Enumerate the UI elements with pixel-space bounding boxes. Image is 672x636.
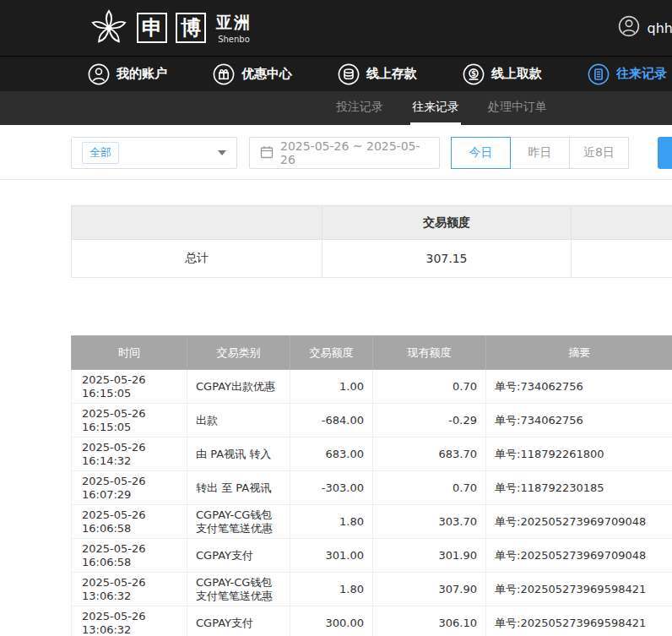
column-header: 现有额度 (373, 336, 486, 370)
table-cell: 2025-05-26 16:07:29 (72, 471, 187, 505)
table-cell: 由 PA视讯 转入 (187, 438, 290, 471)
nav-item-my-account[interactable]: 我的账户 (88, 63, 167, 85)
table-cell: 出款 (187, 404, 290, 438)
logo-subtitle: Shenbo (216, 35, 252, 44)
tab-label: 往来记录 (412, 100, 459, 115)
table-cell: -0.29 (373, 404, 486, 438)
table-cell: CGPAY-CG钱包支付笔笔送优惠 (187, 573, 290, 606)
user-account[interactable]: qhhw (618, 0, 672, 56)
nav-item-promos[interactable]: 优惠中心 (213, 63, 292, 85)
table-cell: 2025-05-26 13:06:32 (72, 606, 187, 636)
sub-nav: 投注记录 往来记录 处理中订单 (0, 91, 672, 125)
nav-item-label: 往来记录 (616, 66, 667, 82)
transactions-table: 时间交易类别交易额度现有额度摘要 2025-05-26 16:15:05CGPA… (71, 335, 672, 636)
logo-char-2: 博 (176, 13, 206, 43)
account-icon (88, 63, 110, 85)
column-header: 时间 (72, 336, 187, 370)
summary-total-value: 307.15 (322, 240, 572, 278)
table-cell: 300.00 (290, 606, 373, 636)
tab-transaction-records[interactable]: 往来记录 (410, 91, 461, 125)
nav-item-withdraw[interactable]: $ 线上取款 (463, 63, 542, 85)
withdraw-icon: $ (463, 63, 485, 85)
table-cell: 2025-05-26 16:15:05 (72, 370, 187, 404)
summary-header-row: 交易额度 (72, 206, 672, 240)
summary-table: 交易额度 总计 307.15 (71, 205, 672, 278)
last-8-days-button[interactable]: 近8日 (569, 137, 629, 169)
table-cell: 转出 至 PA视讯 (187, 471, 290, 505)
deposit-icon (338, 63, 360, 85)
type-filter-value: 全部 (82, 142, 119, 164)
column-header: 交易类别 (187, 336, 290, 370)
table-cell: 单号:734062756 (486, 370, 672, 404)
table-cell: 0.70 (373, 370, 486, 404)
table-cell: 1.80 (290, 573, 373, 606)
nav-item-records[interactable]: 往来记录 (588, 63, 667, 85)
table-cell: 0.70 (373, 471, 486, 505)
summary-total-row: 总计 307.15 (72, 240, 672, 278)
table-cell: 683.00 (290, 438, 373, 471)
table-cell: 1.80 (290, 505, 373, 539)
date-range-picker[interactable]: 2025-05-26 ~ 2025-05-26 (249, 137, 440, 169)
logo-char-1: 申 (137, 13, 167, 43)
nav-item-deposit[interactable]: 线上存款 (338, 63, 417, 85)
table-cell: CGPAY支付 (187, 606, 290, 636)
table-row: 2025-05-26 16:06:58CGPAY-CG钱包支付笔笔送优惠1.80… (72, 505, 672, 539)
svg-text:$: $ (471, 68, 476, 77)
column-header: 交易额度 (290, 336, 373, 370)
tab-bet-records[interactable]: 投注记录 (334, 91, 385, 125)
table-cell: 单号:202505273969598421 (486, 606, 672, 636)
calendar-icon (260, 145, 274, 161)
table-cell: -684.00 (290, 404, 373, 438)
type-filter-dropdown[interactable]: 全部 (71, 137, 237, 169)
table-row: 2025-05-26 16:07:29转出 至 PA视讯-303.000.70单… (72, 471, 672, 505)
tab-label: 投注记录 (336, 100, 383, 115)
table-cell: 301.90 (373, 539, 486, 573)
today-button[interactable]: 今日 (451, 137, 511, 169)
table-cell: CGPAY-CG钱包支付笔笔送优惠 (187, 505, 290, 539)
table-cell: 306.10 (373, 606, 486, 636)
records-icon (588, 63, 610, 85)
promo-icon (213, 63, 235, 85)
table-row: 2025-05-26 16:15:05CGPAY出款优惠1.000.70单号:7… (72, 370, 672, 404)
table-cell: 2025-05-26 16:06:58 (72, 505, 187, 539)
table-cell: 307.90 (373, 573, 486, 606)
table-cell: CGPAY支付 (187, 539, 290, 573)
logo-region: 亚洲 (216, 12, 252, 34)
table-cell: 单号:202505273969709048 (486, 505, 672, 539)
table-cell: 单号:202505273969709048 (486, 539, 672, 573)
main-nav: 我的账户 优惠中心 线上存款 $ (0, 56, 672, 91)
table-cell: 1.00 (290, 370, 373, 404)
nav-item-label: 优惠中心 (241, 66, 292, 82)
nav-item-label: 线上取款 (491, 66, 542, 82)
section-divider (0, 179, 672, 180)
tab-label: 处理中订单 (488, 100, 547, 115)
table-cell: 2025-05-26 16:15:05 (72, 404, 187, 438)
table-row: 2025-05-26 16:15:05出款-684.00-0.29单号:7340… (72, 404, 672, 438)
table-cell: 单号:118792261800 (486, 438, 672, 471)
table-row: 2025-05-26 16:06:58CGPAY支付301.00301.90单号… (72, 539, 672, 573)
table-cell: 301.00 (290, 539, 373, 573)
table-row: 2025-05-26 16:14:32由 PA视讯 转入683.00683.70… (72, 438, 672, 471)
username-label: qhhw (647, 20, 672, 36)
transactions-header-row: 时间交易类别交易额度现有额度摘要 (72, 336, 672, 370)
summary-total-label: 总计 (72, 240, 322, 278)
search-button[interactable] (658, 137, 672, 169)
logo-flower-icon (89, 8, 128, 47)
logo: 申 博 亚洲 Shenbo (89, 8, 252, 47)
quick-date-buttons: 今日 昨日 近8日 (452, 137, 629, 169)
chevron-down-icon (218, 150, 226, 155)
summary-header-amount: 交易额度 (322, 206, 572, 240)
table-cell: -303.00 (290, 471, 373, 505)
summary-empty-cell (572, 240, 672, 278)
summary-header-empty (572, 206, 672, 240)
table-row: 2025-05-26 13:06:32CGPAY-CG钱包支付笔笔送优惠1.80… (72, 573, 672, 606)
table-cell: 2025-05-26 16:14:32 (72, 438, 187, 471)
table-cell: 单号:202505273969598421 (486, 573, 672, 606)
table-cell: 单号:734062756 (486, 404, 672, 438)
column-header: 摘要 (486, 336, 672, 370)
user-avatar-icon (618, 15, 640, 41)
table-cell: CGPAY出款优惠 (187, 370, 290, 404)
yesterday-button[interactable]: 昨日 (510, 137, 570, 169)
nav-item-label: 线上存款 (366, 66, 417, 82)
tab-processing-orders[interactable]: 处理中订单 (486, 91, 549, 125)
